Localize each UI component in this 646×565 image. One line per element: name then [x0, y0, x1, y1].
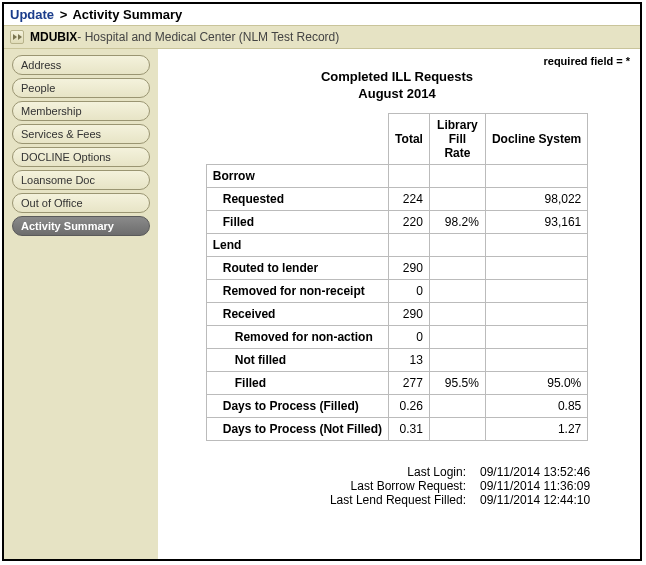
required-field-note: required field = *	[164, 55, 630, 67]
cell-rate: 98.2%	[429, 210, 485, 233]
sidebar-item-loansome-doc[interactable]: Loansome Doc	[12, 170, 150, 190]
cell-sys	[485, 279, 587, 302]
table-row: Routed to lender290	[206, 256, 588, 279]
sidebar-item-membership[interactable]: Membership	[12, 101, 150, 121]
meta-value: 09/11/2014 12:44:10	[480, 493, 630, 507]
cell-rate	[429, 302, 485, 325]
table-row: Removed for non-action0	[206, 325, 588, 348]
cell-sys: 98,022	[485, 187, 587, 210]
row-label: Received	[206, 302, 388, 325]
meta-row: Last Login:09/11/2014 13:52:46	[164, 465, 630, 479]
meta-key: Last Borrow Request:	[270, 479, 480, 493]
row-label: Removed for non-receipt	[206, 279, 388, 302]
meta-value: 09/11/2014 11:36:09	[480, 479, 630, 493]
table-row: Not filled13	[206, 348, 588, 371]
breadcrumb-current: Activity Summary	[72, 7, 182, 22]
cell-rate	[429, 348, 485, 371]
report-title: Completed ILL Requests August 2014	[164, 69, 630, 103]
row-label: Removed for non-action	[206, 325, 388, 348]
cell-total: 277	[389, 371, 430, 394]
cell-total: 224	[389, 187, 430, 210]
table-row: Received290	[206, 302, 588, 325]
cell-sys	[485, 164, 587, 187]
table-row: Days to Process (Filled)0.260.85	[206, 394, 588, 417]
sidebar-item-activity-summary[interactable]: Activity Summary	[12, 216, 150, 236]
footer-meta: Last Login:09/11/2014 13:52:46Last Borro…	[164, 465, 630, 507]
cell-rate: 95.5%	[429, 371, 485, 394]
table-row: Borrow	[206, 164, 588, 187]
row-label: Not filled	[206, 348, 388, 371]
row-label: Lend	[206, 233, 388, 256]
cell-sys	[485, 302, 587, 325]
institution-name: - Hospital and Medical Center (NLM Test …	[77, 30, 339, 44]
activity-table: Total Library Fill Rate Docline System B…	[206, 113, 589, 441]
cell-total: 13	[389, 348, 430, 371]
col-header-fill-rate: Library Fill Rate	[429, 113, 485, 164]
sidebar-item-docline-options[interactable]: DOCLINE Options	[12, 147, 150, 167]
table-row: Requested22498,022	[206, 187, 588, 210]
cell-sys	[485, 233, 587, 256]
cell-total: 0.31	[389, 417, 430, 440]
main-panel: required field = * Completed ILL Request…	[158, 49, 640, 559]
cell-sys	[485, 348, 587, 371]
cell-total: 220	[389, 210, 430, 233]
cell-sys	[485, 256, 587, 279]
sidebar-item-services-fees[interactable]: Services & Fees	[12, 124, 150, 144]
report-title-line1: Completed ILL Requests	[164, 69, 630, 86]
report-title-line2: August 2014	[164, 86, 630, 103]
cell-total: 290	[389, 302, 430, 325]
meta-key: Last Lend Request Filled:	[270, 493, 480, 507]
sidebar-item-out-of-office[interactable]: Out of Office	[12, 193, 150, 213]
cell-sys: 93,161	[485, 210, 587, 233]
row-label: Borrow	[206, 164, 388, 187]
sidebar: AddressPeopleMembershipServices & FeesDO…	[4, 49, 158, 559]
cell-total: 0.26	[389, 394, 430, 417]
cell-sys	[485, 325, 587, 348]
breadcrumb-root[interactable]: Update	[10, 7, 54, 22]
table-row: Filled27795.5%95.0%	[206, 371, 588, 394]
cell-rate	[429, 187, 485, 210]
cell-total: 290	[389, 256, 430, 279]
cell-sys: 95.0%	[485, 371, 587, 394]
meta-value: 09/11/2014 13:52:46	[480, 465, 630, 479]
breadcrumb-separator: >	[60, 7, 68, 22]
pager-next-icon[interactable]	[10, 30, 24, 44]
meta-row: Last Lend Request Filled:09/11/2014 12:4…	[164, 493, 630, 507]
cell-total	[389, 164, 430, 187]
cell-total: 0	[389, 325, 430, 348]
cell-rate	[429, 164, 485, 187]
row-label: Routed to lender	[206, 256, 388, 279]
cell-sys: 0.85	[485, 394, 587, 417]
table-corner	[206, 113, 388, 164]
institution-bar: MDUBIX - Hospital and Medical Center (NL…	[4, 25, 640, 49]
table-row: Lend	[206, 233, 588, 256]
row-label: Filled	[206, 210, 388, 233]
app-frame: Update > Activity Summary MDUBIX - Hospi…	[2, 2, 642, 561]
meta-row: Last Borrow Request:09/11/2014 11:36:09	[164, 479, 630, 493]
breadcrumb: Update > Activity Summary	[4, 4, 640, 25]
sidebar-item-address[interactable]: Address	[12, 55, 150, 75]
table-row: Filled22098.2%93,161	[206, 210, 588, 233]
cell-rate	[429, 279, 485, 302]
meta-key: Last Login:	[270, 465, 480, 479]
row-label: Days to Process (Not Filled)	[206, 417, 388, 440]
row-label: Days to Process (Filled)	[206, 394, 388, 417]
sidebar-item-people[interactable]: People	[12, 78, 150, 98]
institution-code: MDUBIX	[30, 30, 77, 44]
cell-rate	[429, 417, 485, 440]
cell-total	[389, 233, 430, 256]
cell-rate	[429, 233, 485, 256]
cell-rate	[429, 256, 485, 279]
cell-sys: 1.27	[485, 417, 587, 440]
cell-rate	[429, 394, 485, 417]
cell-rate	[429, 325, 485, 348]
cell-total: 0	[389, 279, 430, 302]
row-label: Requested	[206, 187, 388, 210]
col-header-total: Total	[389, 113, 430, 164]
row-label: Filled	[206, 371, 388, 394]
table-row: Removed for non-receipt0	[206, 279, 588, 302]
table-row: Days to Process (Not Filled)0.311.27	[206, 417, 588, 440]
col-header-docline: Docline System	[485, 113, 587, 164]
